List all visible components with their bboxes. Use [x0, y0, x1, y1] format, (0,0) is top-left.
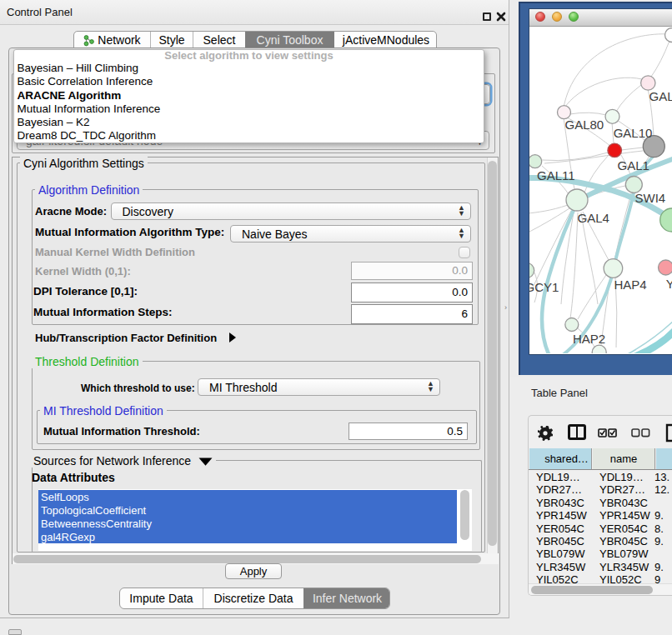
svg-text:GCY1: GCY1 [529, 280, 559, 294]
svg-text:GAL80: GAL80 [565, 118, 604, 132]
svg-text:HAP4: HAP4 [614, 278, 646, 292]
svg-text:GAL10: GAL10 [614, 126, 653, 140]
svg-text:HAP2: HAP2 [573, 332, 605, 346]
svg-text:GAL4: GAL4 [578, 211, 609, 225]
svg-text:Y: Y [666, 277, 672, 291]
svg-text:GAL2: GAL2 [649, 89, 672, 103]
svg-text:GAL1: GAL1 [618, 158, 649, 172]
svg-text:SWI4: SWI4 [635, 191, 666, 205]
svg-text:GAL11: GAL11 [537, 168, 575, 182]
